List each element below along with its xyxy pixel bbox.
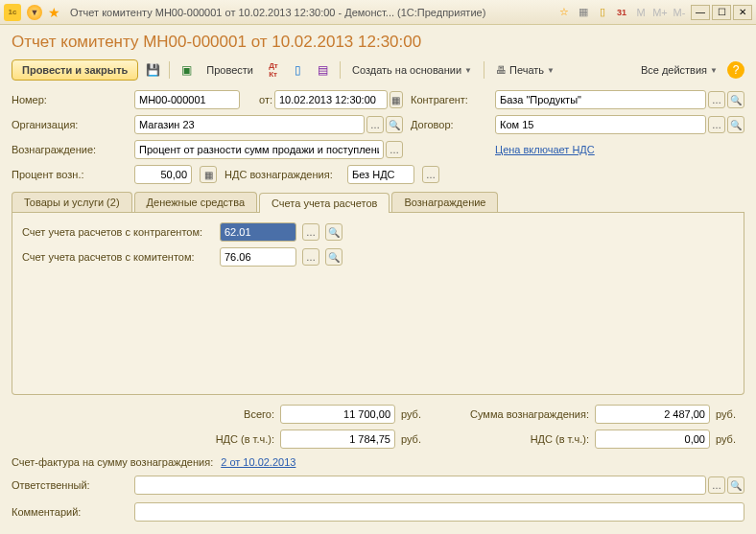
- counterparty-label: Контрагент:: [411, 94, 487, 105]
- from-label: от:: [259, 94, 272, 105]
- counterparty-input[interactable]: [495, 90, 706, 109]
- window-title: Отчет комитенту МН00-000001 от 10.02.201…: [64, 7, 555, 18]
- org-input[interactable]: [134, 115, 365, 134]
- create-based-button[interactable]: Создать на основании▼: [346, 60, 478, 80]
- select-icon[interactable]: …: [422, 166, 439, 183]
- contract-label: Договор:: [411, 119, 487, 130]
- select-icon[interactable]: …: [708, 116, 725, 133]
- post-button[interactable]: Провести: [201, 60, 259, 80]
- acct1-input[interactable]: [220, 222, 296, 242]
- select-icon[interactable]: …: [386, 141, 403, 158]
- minimize-button[interactable]: —: [691, 5, 710, 20]
- toolbar: Провести и закрыть 💾 ▣ Провести ДтКт ▯ ▤…: [12, 59, 744, 81]
- contract-input[interactable]: [495, 115, 706, 134]
- search-icon[interactable]: 🔍: [325, 223, 343, 241]
- search-icon[interactable]: 🔍: [727, 476, 744, 494]
- select-icon[interactable]: …: [366, 116, 384, 133]
- m-button[interactable]: М: [633, 5, 649, 20]
- vat-label: НДС (в т.ч.):: [188, 433, 274, 445]
- nav-back-button[interactable]: ▼: [27, 5, 42, 20]
- total-label: Всего:: [188, 408, 274, 420]
- tab-goods[interactable]: Товары и услуги (2): [12, 192, 132, 212]
- tab-accounts[interactable]: Счета учета расчетов: [259, 193, 390, 213]
- page-title: Отчет комитенту МН00-000001 от 10.02.201…: [12, 33, 744, 52]
- maximize-button[interactable]: ☐: [712, 5, 731, 20]
- tab-cash[interactable]: Денежные средства: [134, 192, 257, 212]
- m-minus-button[interactable]: М-: [672, 5, 687, 20]
- vat2-input[interactable]: [595, 430, 710, 449]
- vat-input[interactable]: [280, 430, 395, 449]
- search-icon[interactable]: 🔍: [727, 116, 744, 133]
- responsible-input[interactable]: [134, 476, 706, 495]
- acct1-label: Счет учета расчетов с контрагентом:: [22, 226, 214, 238]
- post-icon[interactable]: ▣: [176, 59, 197, 81]
- number-input[interactable]: [134, 90, 240, 109]
- calendar-icon[interactable]: 31: [614, 5, 629, 20]
- tabs: Товары и услуги (2) Денежные средства Сч…: [12, 192, 744, 213]
- calc-icon[interactable]: ▦: [200, 166, 217, 183]
- titlebar: 1c ▼ ★ Отчет комитенту МН00-000001 от 10…: [0, 0, 756, 25]
- grid-icon[interactable]: ▦: [576, 5, 591, 20]
- doc-icon[interactable]: ▯: [288, 59, 309, 81]
- comment-input[interactable]: [134, 502, 744, 522]
- date-input[interactable]: [274, 90, 388, 109]
- search-icon[interactable]: 🔍: [727, 91, 744, 108]
- tab-fee[interactable]: Вознаграждение: [391, 192, 498, 212]
- list-icon[interactable]: ▤: [313, 59, 334, 81]
- app-icon: 1c: [4, 4, 21, 21]
- invoice-link[interactable]: 2 от 10.02.2013: [221, 456, 295, 468]
- acct2-label: Счет учета расчетов с комитентом:: [22, 251, 214, 263]
- star-icon[interactable]: ☆: [556, 5, 572, 20]
- search-icon[interactable]: 🔍: [386, 116, 403, 133]
- number-label: Номер:: [12, 94, 127, 105]
- percent-input[interactable]: [134, 165, 192, 184]
- percent-label: Процент возн.:: [12, 169, 127, 180]
- all-actions-button[interactable]: Все действия▼: [635, 60, 723, 80]
- select-icon[interactable]: …: [302, 223, 319, 241]
- total-input[interactable]: [280, 405, 395, 424]
- dtkt-icon[interactable]: ДтКт: [263, 59, 284, 81]
- select-icon[interactable]: …: [708, 476, 725, 494]
- m-plus-button[interactable]: М+: [652, 5, 668, 20]
- save-icon[interactable]: 💾: [142, 59, 163, 81]
- comment-label: Комментарий:: [12, 506, 127, 518]
- favorite-icon[interactable]: ★: [48, 5, 60, 20]
- rub-unit: руб.: [401, 408, 430, 420]
- select-icon[interactable]: …: [302, 248, 319, 266]
- tab-body: Счет учета расчетов с контрагентом: … 🔍 …: [12, 213, 744, 395]
- help-icon[interactable]: ?: [727, 61, 744, 79]
- fee-sum-input[interactable]: [595, 405, 710, 424]
- vat-fee-input[interactable]: [347, 165, 414, 184]
- fee-input[interactable]: [134, 140, 384, 159]
- calendar-picker-icon[interactable]: ▦: [390, 91, 403, 108]
- post-and-close-button[interactable]: Провести и закрыть: [12, 59, 138, 81]
- price-includes-vat-link[interactable]: Цена включает НДС: [495, 144, 595, 155]
- invoice-label: Счет-фактура на сумму вознаграждения:: [12, 456, 213, 468]
- vat-fee-label: НДС вознаграждения:: [224, 169, 340, 180]
- vat2-label: НДС (в т.ч.):: [436, 433, 589, 445]
- close-button[interactable]: ✕: [733, 5, 752, 20]
- responsible-label: Ответственный:: [12, 479, 127, 491]
- print-button[interactable]: 🖶Печать▼: [490, 60, 560, 80]
- search-icon[interactable]: 🔍: [325, 248, 343, 266]
- fee-label: Вознаграждение:: [12, 144, 127, 155]
- org-label: Организация:: [12, 119, 127, 130]
- fee-sum-label: Сумма вознаграждения:: [436, 408, 589, 420]
- acct2-input[interactable]: [220, 247, 296, 267]
- select-icon[interactable]: …: [708, 91, 725, 108]
- calc-icon[interactable]: ▯: [595, 5, 610, 20]
